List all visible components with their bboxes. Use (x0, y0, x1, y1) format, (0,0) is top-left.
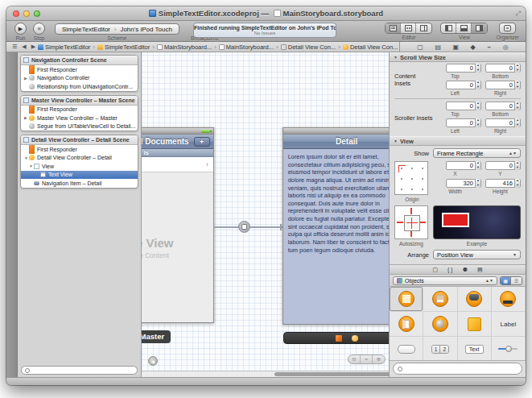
stepper[interactable]: ▲▼ (514, 81, 520, 89)
view-section-header[interactable]: ▼ View (390, 136, 526, 146)
object-slider[interactable] (492, 337, 526, 361)
first-responder-icon[interactable] (336, 335, 342, 342)
file-inspector-icon[interactable]: ▢ (417, 44, 423, 51)
stop-button[interactable]: ■ (33, 23, 45, 35)
outline-item-detail-view-controller[interactable]: ▼Detail View Controller – Detail (21, 154, 138, 163)
width-field[interactable]: 320▲▼ (446, 179, 481, 188)
object-segmented-control[interactable]: 12 (423, 337, 457, 361)
code-snippet-library-icon[interactable]: { } (447, 267, 453, 272)
scrollbar-thumb[interactable] (274, 372, 389, 376)
stepper[interactable]: ▲▼ (514, 179, 520, 188)
horizontal-scrollbar[interactable] (142, 371, 389, 377)
zoom-out-icon[interactable]: ⊖ (348, 355, 361, 363)
list-view-icon[interactable]: ☰ (511, 277, 522, 284)
object-library-icon[interactable]: ⚈ (463, 267, 468, 273)
scroller-inset-left-field[interactable]: 0▲▼ (446, 118, 481, 127)
library-filter-field[interactable] (393, 363, 522, 375)
add-bar-button[interactable]: + (194, 137, 210, 147)
library-popup-button[interactable]: Objects ▲▼ (393, 276, 497, 285)
hide-document-outline-button[interactable]: ◀ (148, 356, 158, 366)
object-label[interactable]: Label (492, 312, 526, 337)
back-icon[interactable]: ◀ (22, 44, 26, 50)
object-navigation-controller[interactable] (458, 287, 492, 312)
media-library-icon[interactable]: ▤ (477, 267, 483, 273)
scroller-inset-bottom-field[interactable]: 0▲▼ (485, 102, 521, 110)
text-view[interactable]: Lorem ipsum dolor sit er elit lamet, con… (283, 149, 389, 324)
detail-view-controller-scene[interactable]: Detail Lorem ipsum dolor sit er elit lam… (282, 127, 389, 325)
detail-navigation-bar[interactable]: Detail (283, 135, 389, 149)
arrange-popup-button[interactable]: Position View ▼ (433, 250, 521, 259)
file-template-library-icon[interactable]: ▢ (432, 267, 438, 273)
title-bar[interactable]: SimpleTextEditor.xcodeproj — MainStorybo… (6, 6, 526, 21)
connections-inspector-icon[interactable]: ◎ (503, 44, 509, 51)
object-table-view-controller[interactable] (423, 287, 457, 312)
stepper[interactable]: ▲▼ (475, 102, 480, 110)
detail-scene-dock[interactable] (283, 332, 389, 344)
object-generic[interactable] (458, 312, 492, 337)
scene-header[interactable]: Master View Controller – Master Scene (21, 96, 138, 106)
outline-filter-field[interactable] (21, 366, 138, 375)
stepper[interactable]: ▲▼ (475, 179, 480, 188)
attributes-inspector-icon[interactable]: ◆ (471, 44, 476, 51)
grid-view-icon[interactable]: ▦ (501, 277, 511, 284)
segue-icon[interactable] (238, 221, 250, 233)
stepper[interactable]: ▲▼ (475, 64, 480, 73)
zoom-actual-icon[interactable]: ＝ (361, 355, 373, 363)
scroller-inset-right-field[interactable]: 0▲▼ (485, 118, 521, 127)
stepper[interactable]: ▲▼ (475, 81, 480, 89)
stepper[interactable]: ▲▼ (475, 118, 480, 127)
debug-area-toggle-button[interactable] (456, 23, 472, 33)
related-items-icon[interactable]: ☰ (12, 44, 17, 50)
outline-item-text-view[interactable]: Text View (21, 171, 138, 180)
stepper[interactable]: ▲▼ (514, 161, 520, 170)
forward-icon[interactable]: ▶ (31, 44, 35, 50)
content-inset-left-field[interactable]: 0▲▼ (446, 81, 481, 89)
stepper[interactable]: ▲▼ (514, 102, 520, 110)
origin-selector[interactable] (394, 161, 428, 195)
master-scene-dock-label[interactable]: Controller – Master (142, 330, 171, 343)
view-controller-icon[interactable] (352, 335, 358, 342)
outline-item-navigation-item[interactable]: Navigation Item – Detail (21, 179, 138, 188)
object-text-field[interactable]: Text (458, 337, 492, 361)
breadcrumb-storyboard[interactable]: MainStoryboard... (157, 44, 212, 51)
object-page-view-controller[interactable] (390, 312, 423, 337)
version-editor-button[interactable] (416, 23, 431, 33)
scroll-view-size-section-header[interactable]: ▼ Scroll View Size (390, 52, 526, 62)
autosizing-control[interactable] (394, 205, 428, 239)
show-popup-button[interactable]: Frame Rectangle ▲▼ (433, 148, 521, 158)
content-inset-bottom-field[interactable]: 0▲▼ (485, 64, 521, 73)
organizer-button[interactable] (500, 23, 515, 33)
x-field[interactable]: 0▲▼ (446, 161, 481, 170)
master-navigation-bar[interactable]: d Documents + (142, 135, 213, 149)
height-field[interactable]: 416▲▼ (485, 179, 521, 188)
utilities-toggle-button[interactable] (472, 23, 487, 33)
outline-item-first-responder[interactable]: First Responder (21, 145, 138, 154)
size-inspector-icon[interactable]: ⌁ (487, 44, 491, 51)
outline-item-segue[interactable]: Segue from UITableViewCell to Detail... (21, 122, 138, 131)
outline-item-view[interactable]: ▼View (21, 162, 138, 171)
scroller-inset-top-field[interactable]: 0▲▼ (446, 102, 481, 110)
assistant-editor-button[interactable] (401, 23, 416, 33)
stepper[interactable]: ▲▼ (514, 64, 520, 73)
content-inset-right-field[interactable]: 0▲▼ (485, 81, 521, 89)
y-field[interactable]: 0▲▼ (485, 161, 521, 170)
table-section-header[interactable]: ls (142, 149, 213, 157)
object-tab-bar-controller[interactable] (492, 287, 526, 312)
breadcrumb-view-controller[interactable]: Detail View Con... (343, 44, 398, 51)
content-inset-top-field[interactable]: 0▲▼ (446, 64, 481, 73)
scene-header[interactable]: Navigation Controller Scene (21, 56, 138, 65)
storyboard-canvas[interactable]: d Documents + ls › ble View type Content… (142, 52, 389, 377)
quick-help-inspector-icon[interactable]: ▤ (435, 44, 441, 51)
table-view-placeholder[interactable]: ble View type Content (142, 172, 213, 322)
breadcrumb-storyboard-base[interactable]: MainStoryboard... (219, 44, 274, 51)
outline-item-first-responder[interactable]: First Responder (21, 106, 138, 114)
breadcrumb-group[interactable]: SimpleTextEditor (97, 44, 150, 51)
stepper[interactable]: ▲▼ (475, 161, 480, 170)
master-view-controller-scene[interactable]: d Documents + ls › ble View type Content (142, 127, 214, 323)
standard-editor-button[interactable] (386, 23, 401, 33)
scheme-selector[interactable]: SimpleTextEditor › John's iPod Touch (55, 23, 179, 35)
run-button[interactable]: ▶ (14, 23, 27, 35)
outline-item-master-view-controller[interactable]: ▶Master View Controller – Master (21, 114, 138, 122)
object-view-controller[interactable] (390, 287, 423, 312)
breadcrumb-scene[interactable]: Detail View Con... (281, 44, 336, 51)
